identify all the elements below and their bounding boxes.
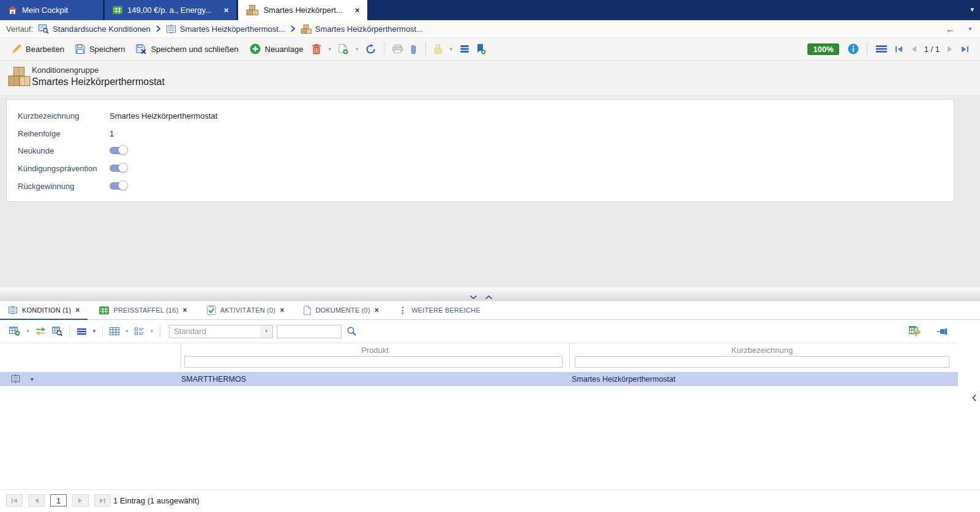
list-view-caret[interactable]: ▾ xyxy=(148,324,157,339)
zoom-level-badge[interactable]: 100% xyxy=(807,43,839,55)
menu-button[interactable] xyxy=(872,40,891,58)
list-search-input[interactable] xyxy=(277,325,342,338)
grid-add-button[interactable] xyxy=(6,324,23,339)
caret-down-icon: ▾ xyxy=(93,328,96,334)
breadcrumb-item-standardsuche[interactable]: Standardsuche Konditionen xyxy=(39,24,151,34)
page-title: Smartes Heizkörperthermostat xyxy=(32,76,165,87)
tab-kondition[interactable]: KONDITION (1) × xyxy=(0,301,88,320)
activities-icon xyxy=(207,305,216,315)
kurzbezeichnung-filter-input[interactable] xyxy=(575,356,949,368)
close-icon[interactable]: × xyxy=(375,306,379,314)
row-record-icon xyxy=(11,374,20,383)
neuanlage-button[interactable]: Neuanlage xyxy=(244,40,309,58)
nav-first-button[interactable] xyxy=(891,40,907,58)
packages-icon xyxy=(301,24,312,34)
column-header-produkt[interactable]: Produkt xyxy=(181,346,569,355)
pager-next-button[interactable] xyxy=(72,494,89,506)
dots-vertical-icon: ⋮ xyxy=(398,306,407,314)
tab-preisstaffel[interactable]: PREISSTAFFEL (16) × xyxy=(91,301,195,320)
kuendigungspraevention-toggle[interactable] xyxy=(110,163,129,174)
back-arrow-icon[interactable]: ← xyxy=(945,24,955,34)
column-header-kurzbezeichnung[interactable]: Kurzbezeichnung xyxy=(569,346,955,355)
tab-aktivitaeten[interactable]: AKTIVITÄTEN (0) × xyxy=(199,301,293,320)
tab-smartes-heizkoerperthermostat[interactable]: Smartes Heizkörpert... × xyxy=(238,0,367,20)
grid-add-caret[interactable]: ▾ xyxy=(23,324,32,339)
chevron-right-icon xyxy=(156,26,160,32)
pager-prev-button[interactable] xyxy=(28,494,45,506)
neuanlage-label: Neuanlage xyxy=(265,45,304,54)
refresh-icon xyxy=(365,44,376,54)
tab-energy-offer[interactable]: 149,00 €/p. a., Energy... × xyxy=(105,0,236,20)
nav-last-button[interactable] xyxy=(957,40,973,58)
pager-current-page[interactable]: 1 xyxy=(50,494,67,506)
table-row-smartthermos[interactable]: ▾ SMARTTHERMOS Smartes Heizkörperthermos… xyxy=(0,372,958,386)
speichern-button[interactable]: Speichern xyxy=(70,40,131,58)
refresh-button[interactable] xyxy=(362,40,380,58)
tab-dokumente[interactable]: DOKUMENTE (0) × xyxy=(296,301,387,320)
dossier-icon xyxy=(166,24,176,34)
toolbar-divider xyxy=(69,326,70,337)
breadcrumb-item-heizkoeperthermostat[interactable]: Smartes Heizköperthermost... xyxy=(166,24,285,34)
stack-icon xyxy=(460,45,469,53)
history-caret-icon[interactable]: ▾ xyxy=(968,26,971,32)
copy-new-caret[interactable]: ▾ xyxy=(352,40,362,58)
collapse-panel-icon[interactable] xyxy=(972,395,976,401)
caret-down-icon: ▾ xyxy=(151,328,154,334)
close-icon[interactable]: × xyxy=(224,6,229,14)
copy-new-button[interactable] xyxy=(335,40,352,58)
grid-view-caret[interactable]: ▾ xyxy=(122,324,132,339)
rueckgewinnung-toggle[interactable] xyxy=(110,180,129,191)
stack-button[interactable] xyxy=(456,40,473,58)
splitter-expand-icon[interactable] xyxy=(485,295,492,299)
tab-mein-cockpit[interactable]: Mein Cockpit xyxy=(0,0,103,20)
lock-button[interactable] xyxy=(430,40,446,58)
list-view-button[interactable] xyxy=(132,324,148,339)
grid-settings-button[interactable] xyxy=(906,324,924,339)
transfer-button[interactable] xyxy=(32,324,49,339)
delete-caret[interactable]: ▾ xyxy=(324,40,335,58)
close-icon[interactable]: × xyxy=(75,306,80,314)
pin-button[interactable] xyxy=(933,324,951,339)
view-selector-caret-icon[interactable]: ▾ xyxy=(260,325,272,338)
splitter-bar[interactable] xyxy=(0,288,980,301)
bookmark-add-button[interactable] xyxy=(473,40,490,58)
nav-prev-button[interactable] xyxy=(907,40,921,58)
tab-weitere-bereiche[interactable]: ⋮ WEITERE BEREICHE xyxy=(391,301,488,320)
close-icon[interactable]: × xyxy=(280,306,284,314)
packages-icon xyxy=(7,67,31,86)
lock-caret[interactable]: ▾ xyxy=(446,40,456,58)
speichern-und-schliessen-label: Speichern und schließen xyxy=(151,45,238,54)
delete-button[interactable] xyxy=(309,40,324,58)
splitter-collapse-icon[interactable] xyxy=(470,295,477,299)
sub-tab-bar: KONDITION (1) × PREISSTAFFEL (16) × AKTI… xyxy=(0,301,980,320)
tab-label: 149,00 €/p. a., Energy... xyxy=(127,6,212,15)
cell-kurzbezeichnung: Smartes Heizkörperthermostat xyxy=(572,375,676,384)
nav-next-button[interactable] xyxy=(943,40,957,58)
info-button[interactable] xyxy=(844,40,862,58)
speichern-und-schliessen-button[interactable]: Speichern und schließen xyxy=(130,40,244,58)
pin-icon xyxy=(937,328,948,335)
pager-first-button[interactable] xyxy=(6,494,23,506)
produkt-filter-input[interactable] xyxy=(184,356,563,368)
row-menu-caret[interactable]: ▾ xyxy=(90,324,99,339)
row-menu-button[interactable] xyxy=(73,324,90,339)
close-icon[interactable]: × xyxy=(355,6,360,14)
tab-overflow-caret-icon[interactable]: ▾ xyxy=(970,6,974,13)
bearbeiten-button[interactable]: Bearbeiten xyxy=(6,40,70,58)
attachment-button[interactable] xyxy=(406,40,421,58)
close-icon[interactable]: × xyxy=(183,306,187,314)
save-icon xyxy=(75,44,85,54)
grid-search-button[interactable] xyxy=(49,324,65,339)
home-icon xyxy=(8,6,17,14)
neukunde-toggle[interactable] xyxy=(110,145,129,156)
grid-view-button[interactable] xyxy=(107,324,122,339)
breadcrumb-item-heizkoerperthermostat[interactable]: Smartes Heizkörperthermost... xyxy=(301,24,423,34)
toolbar-divider xyxy=(384,43,384,55)
print-button[interactable] xyxy=(389,40,406,58)
row-caret-icon[interactable]: ▾ xyxy=(31,376,34,382)
pager-last-button[interactable] xyxy=(94,494,111,506)
caret-down-icon: ▾ xyxy=(125,328,129,334)
trash-icon xyxy=(312,44,321,54)
search-button[interactable] xyxy=(344,324,359,339)
view-selector[interactable]: Standard ▾ xyxy=(169,325,273,338)
